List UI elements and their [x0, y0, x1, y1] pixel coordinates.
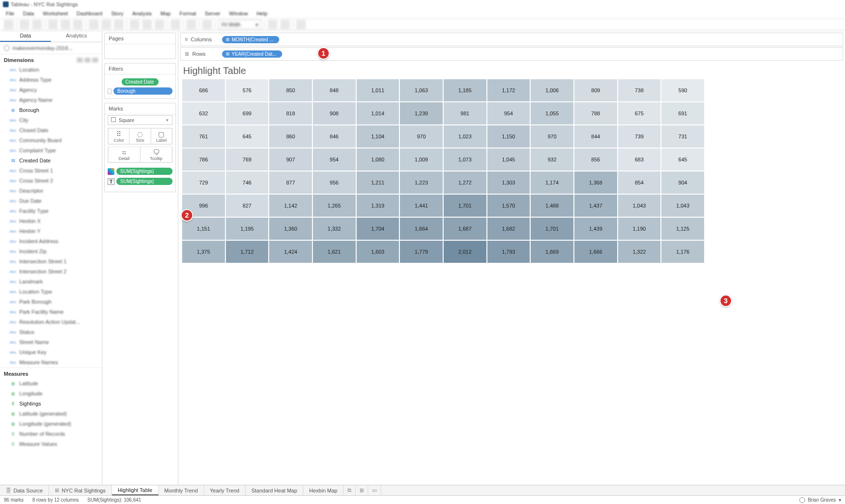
dim-field[interactable]: Cross Street 2 [0, 176, 102, 186]
heatmap-cell[interactable]: 731 [661, 125, 705, 148]
marks-tooltip[interactable]: 🗨Tooltip [140, 147, 173, 162]
dim-field[interactable]: Status [0, 327, 102, 337]
tab-standard-heat-map[interactable]: Standard Heat Map [246, 485, 303, 495]
heatmap-cell[interactable]: 1,142 [269, 195, 313, 218]
meas-sightings[interactable]: Sightings [0, 399, 102, 409]
heatmap-cell[interactable]: 1,437 [574, 195, 618, 218]
heatmap-cell[interactable]: 1,603 [357, 241, 400, 264]
dim-field[interactable]: Address Type [0, 75, 102, 85]
toolbar-present[interactable] [280, 20, 290, 29]
dim-field[interactable]: Hexbin Y [0, 226, 102, 236]
heatmap-cell[interactable]: 1,190 [618, 218, 662, 241]
heatmap-cell[interactable]: 854 [618, 172, 662, 195]
heatmap-cell[interactable]: 1,779 [400, 241, 444, 264]
meas-field[interactable]: Number of Records [0, 429, 102, 439]
heatmap-cell[interactable]: 675 [618, 102, 662, 125]
heatmap-cell[interactable]: 699 [226, 102, 270, 125]
toolbar-new-sheet[interactable] [89, 20, 99, 29]
tab-data-source[interactable]: 🗄Data Source [0, 485, 49, 495]
tab-yearly-trend[interactable]: Yearly Trend [204, 485, 246, 495]
toolbar-redo[interactable] [32, 20, 42, 29]
dim-field[interactable]: Community Board [0, 135, 102, 146]
heatmap-cell[interactable]: 1,793 [487, 241, 531, 264]
heatmap-cell[interactable]: 932 [531, 148, 574, 172]
heatmap-cell[interactable]: 1,712 [226, 241, 270, 264]
dim-field[interactable]: Landmark [0, 277, 102, 287]
toolbar-save[interactable] [48, 20, 58, 29]
menu-map[interactable]: Map [159, 10, 173, 17]
dim-field[interactable]: Park Borough [0, 297, 102, 307]
dim-field[interactable]: Closed Date [0, 125, 102, 135]
heatmap-cell[interactable]: 1,104 [357, 125, 400, 148]
filter-pill-borough[interactable]: Borough [113, 87, 173, 95]
menu-data[interactable]: Data [21, 10, 36, 17]
heatmap-cell[interactable]: 1,172 [487, 79, 531, 102]
highlight-table-viz[interactable]: 6865768508481,0111,0631,1851,1721,006809… [182, 79, 842, 264]
dim-field[interactable]: Agency Name [0, 95, 102, 105]
heatmap-cell[interactable]: 1,319 [357, 195, 400, 218]
toolbar-fit-select[interactable]: Fit Width▾ [218, 20, 261, 29]
heatmap-cell[interactable]: 2,012 [444, 241, 487, 264]
heatmap-cell[interactable]: 846 [313, 125, 357, 148]
heatmap-cell[interactable]: 739 [618, 125, 662, 148]
dim-field[interactable]: Cross Street 1 [0, 166, 102, 176]
heatmap-cell[interactable]: 1,043 [618, 195, 662, 218]
toolbar-highlight[interactable] [171, 20, 180, 29]
heatmap-cell[interactable]: 1,303 [487, 172, 531, 195]
heatmap-cell[interactable]: 1,488 [531, 195, 574, 218]
heatmap-cell[interactable]: 1,045 [487, 148, 531, 172]
dim-field[interactable]: Descriptor [0, 186, 102, 196]
dim-field[interactable]: Street Name [0, 337, 102, 347]
marks-label[interactable]: ▢Label [151, 128, 172, 144]
dim-field[interactable]: Location Type [0, 287, 102, 297]
heatmap-cell[interactable]: 1,332 [313, 218, 357, 241]
toolbar-showhide[interactable] [268, 20, 277, 29]
dim-field[interactable]: City [0, 115, 102, 125]
dim-field[interactable]: Measure Names [0, 357, 102, 368]
heatmap-cell[interactable]: 1,014 [357, 102, 400, 125]
meas-field[interactable]: Longitude (generated) [0, 419, 102, 429]
worksheet-title[interactable]: Highlight Table [178, 61, 845, 79]
dim-created-date[interactable]: Created Date [0, 156, 102, 166]
heatmap-cell[interactable]: 908 [313, 102, 357, 125]
heatmap-cell[interactable]: 686 [182, 79, 226, 102]
dim-field[interactable]: Location [0, 65, 102, 75]
heatmap-cell[interactable]: 1,185 [444, 79, 487, 102]
heatmap-cell[interactable]: 1,322 [618, 241, 662, 264]
heatmap-cell[interactable]: 818 [269, 102, 313, 125]
heatmap-cell[interactable]: 1,272 [444, 172, 487, 195]
meas-field[interactable]: Latitude [0, 379, 102, 389]
heatmap-cell[interactable]: 1,265 [313, 195, 357, 218]
heatmap-cell[interactable]: 786 [182, 148, 226, 172]
heatmap-cell[interactable]: 1,424 [269, 241, 313, 264]
heatmap-cell[interactable]: 1,150 [487, 125, 531, 148]
heatmap-cell[interactable]: 844 [574, 125, 618, 148]
tab-analytics[interactable]: Analytics [51, 31, 102, 42]
user-menu[interactable]: Brian Graves ▾ [799, 497, 841, 503]
heatmap-cell[interactable]: 1,666 [574, 241, 618, 264]
filter-pill-created-date[interactable]: Created Date [122, 78, 159, 86]
toolbar-button[interactable] [4, 20, 13, 29]
rows-pill-year[interactable]: ⊞YEAR(Created Dat... [222, 50, 282, 58]
new-worksheet-button[interactable]: ⧉ [344, 485, 356, 495]
heatmap-cell[interactable]: 590 [661, 79, 705, 102]
filters-shelf[interactable]: Created Date Borough [105, 74, 175, 98]
heatmap-cell[interactable]: 632 [182, 102, 226, 125]
heatmap-cell[interactable]: 1,664 [400, 218, 444, 241]
menu-format[interactable]: Format [177, 10, 198, 17]
menu-analysis[interactable]: Analysis [130, 10, 154, 17]
heatmap-cell[interactable]: 1,009 [400, 148, 444, 172]
rows-shelf[interactable]: ≣Rows ⊞YEAR(Created Dat... [180, 47, 843, 61]
toolbar-swap[interactable] [130, 20, 139, 29]
heatmap-cell[interactable]: 1,223 [400, 172, 444, 195]
heatmap-cell[interactable]: 1,239 [400, 102, 444, 125]
heatmap-cell[interactable]: 1,368 [574, 172, 618, 195]
toolbar-duplicate[interactable] [101, 20, 111, 29]
new-dashboard-button[interactable]: ⊞ [356, 485, 368, 495]
marks-color[interactable]: ⠿Color [108, 128, 129, 144]
heatmap-cell[interactable]: 860 [269, 125, 313, 148]
heatmap-cell[interactable]: 970 [531, 125, 574, 148]
heatmap-cell[interactable]: 809 [574, 79, 618, 102]
mark-pill-label[interactable]: TSUM(Sightings) [108, 177, 173, 186]
dim-field[interactable]: Complaint Type [0, 146, 102, 156]
